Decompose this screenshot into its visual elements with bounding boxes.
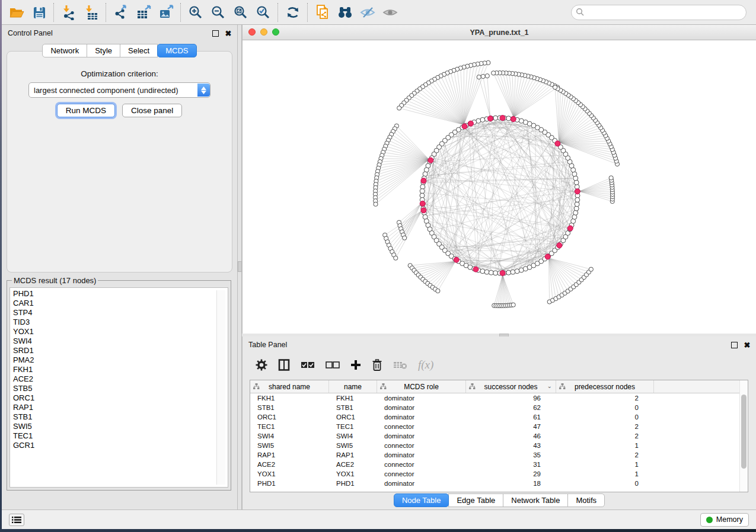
mcds-result-item[interactable]: FKH1	[13, 365, 228, 374]
column-header-successor-nodes[interactable]: successor nodes⌄	[466, 380, 556, 393]
criterion-dropdown[interactable]: largest connected component (undirected)	[28, 82, 210, 98]
import-network-button[interactable]	[58, 2, 80, 23]
table-row[interactable]: ACE2ACE2connector311	[250, 460, 748, 469]
tab-edge-table[interactable]: Edge Table	[448, 493, 503, 507]
column-header-MCDS-role[interactable]: MCDS role	[377, 380, 466, 393]
minimize-window-icon[interactable]	[260, 28, 267, 36]
table-row[interactable]: STB1STB1dominator620	[250, 403, 748, 412]
show-all-button[interactable]	[379, 2, 401, 23]
show-column-button[interactable]	[277, 358, 291, 372]
table-cell: 0	[556, 414, 654, 421]
tab-motifs[interactable]: Motifs	[567, 493, 605, 507]
table-row[interactable]: ORC1ORC1dominator610	[250, 412, 748, 422]
close-panel-icon[interactable]: ✖	[224, 29, 232, 37]
mcds-result-item[interactable]: CAR1	[13, 299, 228, 308]
tab-mcds[interactable]: MCDS	[157, 44, 196, 57]
table-cell: ORC1	[250, 414, 329, 421]
zoom-window-icon[interactable]	[272, 28, 279, 36]
mcds-result-item[interactable]: ACE2	[13, 374, 228, 384]
trash-icon	[372, 359, 382, 371]
mcds-result-list[interactable]: PHD1CAR1STP4TID3YOX1SWI4SRD1PMA2FKH1ACE2…	[9, 287, 228, 488]
first-neighbors-button[interactable]	[334, 2, 356, 23]
delete-column-button[interactable]	[371, 358, 384, 372]
node-table-header: shared namenameMCDS rolesuccessor nodes⌄…	[250, 380, 748, 393]
deselect-all-rows-button[interactable]	[324, 360, 341, 370]
mcds-result-item[interactable]: STB5	[13, 384, 228, 393]
mcds-result-item[interactable]: YOX1	[13, 327, 228, 336]
table-cell: dominator	[377, 432, 466, 440]
add-column-button[interactable]	[349, 358, 362, 371]
mcds-result-item[interactable]: GCR1	[13, 441, 228, 450]
table-cell: dominator	[377, 451, 466, 459]
table-cell: 2	[556, 451, 654, 459]
export-table-button[interactable]	[132, 2, 155, 23]
run-mcds-button[interactable]: Run MCDS	[57, 104, 115, 117]
table-cell: TEC1	[250, 423, 329, 430]
mcds-result-item[interactable]: SRD1	[13, 346, 228, 355]
export-network-button[interactable]	[110, 2, 132, 23]
close-window-icon[interactable]	[248, 28, 256, 36]
zoom-in-button[interactable]	[184, 2, 207, 23]
float-panel-icon[interactable]	[730, 341, 738, 349]
scrollbar-thumb[interactable]	[741, 395, 747, 469]
mcds-result-item[interactable]: PHD1	[13, 289, 228, 299]
mcds-result-item[interactable]: STP4	[13, 308, 228, 318]
mcds-result-item[interactable]: STB1	[13, 412, 228, 422]
export-image-button[interactable]	[155, 2, 177, 23]
mcds-result-item[interactable]: TID3	[13, 318, 228, 327]
result-list-scrollbar[interactable]	[216, 290, 225, 485]
tab-node-table[interactable]: Node Table	[394, 493, 449, 507]
mcds-result-item[interactable]: ORC1	[13, 393, 228, 403]
splitter-grip[interactable]	[238, 261, 242, 272]
import-table-button[interactable]	[80, 2, 103, 23]
table-row[interactable]: PHD1PHD1dominator180	[250, 479, 748, 488]
table-cell: 18	[466, 480, 556, 487]
refresh-layout-button[interactable]	[282, 2, 304, 23]
tab-style[interactable]: Style	[87, 44, 120, 57]
zoom-fit-icon	[233, 5, 248, 20]
hide-selected-button[interactable]	[356, 2, 379, 23]
function-builder-button[interactable]: f(x)	[417, 357, 435, 373]
column-header-shared-name[interactable]: shared name	[250, 380, 329, 393]
table-row[interactable]: RAP1RAP1dominator352	[250, 450, 748, 460]
network-window: YPA_prune.txt_1	[242, 25, 756, 334]
mcds-result-item[interactable]: SWI4	[13, 336, 228, 346]
clone-network-button[interactable]	[311, 2, 334, 23]
close-panel-button[interactable]: Close panel	[122, 104, 182, 117]
vertical-splitter[interactable]	[237, 25, 242, 509]
open-file-button[interactable]	[5, 2, 28, 23]
column-header-name[interactable]: name	[329, 380, 377, 393]
table-row[interactable]: YOX1YOX1connector291	[250, 469, 748, 479]
mcds-result-item[interactable]: SWI5	[13, 422, 228, 431]
tab-network[interactable]: Network	[42, 44, 87, 57]
task-history-button[interactable]	[9, 514, 24, 526]
table-scrollbar[interactable]	[739, 380, 748, 492]
tab-network-table[interactable]: Network Table	[503, 493, 568, 507]
zoom-fit-button[interactable]	[229, 2, 252, 23]
zoom-out-button[interactable]	[207, 2, 229, 23]
mcds-result-item[interactable]: RAP1	[13, 403, 228, 412]
table-row[interactable]: SWI4SWI4dominator462	[250, 431, 748, 441]
float-panel-icon[interactable]	[211, 29, 219, 37]
close-panel-icon[interactable]: ✖	[743, 341, 751, 349]
tab-select[interactable]: Select	[120, 44, 158, 57]
search-input[interactable]	[571, 5, 747, 20]
table-row[interactable]: SWI5SWI5connector431	[250, 441, 748, 450]
checked-boxes-icon	[301, 361, 315, 369]
select-all-rows-button[interactable]	[299, 360, 316, 370]
settings-gear-button[interactable]	[254, 358, 269, 372]
network-view[interactable]	[243, 40, 756, 334]
mcds-result-item[interactable]: PMA2	[13, 355, 228, 365]
network-graph[interactable]	[243, 40, 756, 334]
table-row[interactable]: FKH1FKH1dominator962	[250, 393, 748, 403]
table-row[interactable]: TEC1TEC1connector472	[250, 422, 748, 431]
save-session-button[interactable]	[28, 2, 50, 23]
delete-table-button[interactable]	[392, 359, 409, 371]
table-cell: dominator	[377, 414, 466, 421]
mcds-result-item[interactable]: TEC1	[13, 431, 228, 441]
memory-button[interactable]: Memory	[700, 513, 749, 527]
network-window-titlebar[interactable]: YPA_prune.txt_1	[243, 25, 756, 40]
zoom-selected-button[interactable]	[252, 2, 275, 23]
column-header-predecessor-nodes[interactable]: predecessor nodes	[556, 380, 654, 393]
table-toolbar: f(x)	[248, 353, 435, 377]
